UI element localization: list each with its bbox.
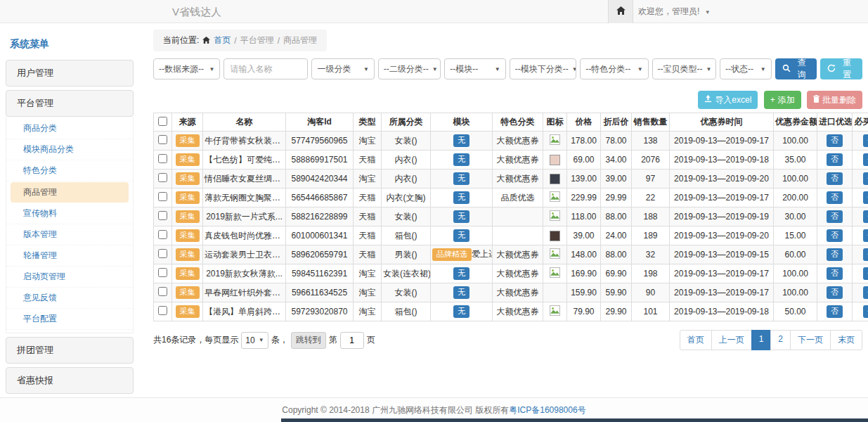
- jump-button[interactable]: 跳转到: [291, 332, 326, 349]
- item-type-select[interactable]: --宝贝类型--▼: [652, 58, 716, 79]
- page-number-input[interactable]: [340, 332, 364, 349]
- reset-button-label: 重置: [838, 57, 855, 81]
- icon-cell: [543, 207, 567, 226]
- sales-count: 2076: [632, 151, 670, 170]
- must-buy-badge[interactable]: 否: [863, 305, 868, 318]
- page-link[interactable]: 上一页: [711, 330, 752, 350]
- import-select-badge[interactable]: 否: [827, 134, 843, 147]
- sidebar-subitem[interactable]: 版本管理: [6, 224, 133, 245]
- category2-select[interactable]: --二级分类--▼: [378, 58, 441, 79]
- category1-select[interactable]: 一级分类▼: [311, 58, 374, 79]
- add-button[interactable]: + 添加: [764, 91, 801, 109]
- sidebar-subitem[interactable]: 模块商品分类: [6, 139, 133, 160]
- icon-cell: [543, 132, 567, 151]
- page-link[interactable]: 2: [770, 330, 791, 350]
- import-select-badge[interactable]: 否: [827, 305, 843, 318]
- main-content: 当前位置: 首页 / 平台管理 / 商品管理 --数据来源--▼ 一级分类▼ -…: [153, 30, 862, 350]
- page-link[interactable]: 末页: [830, 330, 862, 350]
- page-link[interactable]: 下一页: [790, 330, 831, 350]
- sidebar-panel[interactable]: 拼团管理: [6, 337, 134, 364]
- sidebar-subitem[interactable]: 商品分类: [6, 118, 133, 139]
- must-buy-badge[interactable]: 否: [863, 210, 868, 223]
- taoke-id: 588216228899: [286, 207, 354, 226]
- module-cell: 无: [431, 302, 493, 321]
- broken-image-icon: [550, 137, 560, 147]
- shop-type: 天猫: [354, 151, 382, 170]
- home-button[interactable]: [608, 0, 633, 23]
- breadcrumb-separator: /: [234, 36, 236, 46]
- breadcrumb-prefix: 当前位置:: [163, 34, 199, 46]
- select-all-checkbox[interactable]: [158, 117, 167, 126]
- sidebar-subitem[interactable]: 宣传物料: [6, 203, 133, 224]
- row-checkbox[interactable]: [158, 249, 167, 258]
- per-page-select[interactable]: 10▼: [241, 332, 268, 349]
- page-link[interactable]: 1: [751, 330, 772, 350]
- import-select-badge[interactable]: 否: [827, 191, 843, 204]
- must-buy-badge[interactable]: 否: [863, 172, 868, 185]
- user-menu[interactable]: 欢迎您，管理员! ▼: [638, 0, 711, 24]
- module-badge: 无: [453, 210, 469, 223]
- import-select-badge[interactable]: 否: [827, 153, 843, 166]
- pagination-bar: 共16条记录，每页显示 10▼ 条， 跳转到 第 页 首页上一页12下一页末页: [153, 330, 862, 350]
- sales-count: 32: [632, 245, 670, 264]
- source-badge: 采集: [176, 267, 200, 280]
- module-sub-select[interactable]: --模块下分类--▼: [510, 58, 576, 79]
- coupon-time: 2019-09-13—2019-09-17: [670, 188, 774, 207]
- sidebar-panel[interactable]: 省惠快报: [6, 367, 134, 394]
- search-button[interactable]: 查询: [775, 58, 817, 79]
- sidebar-subitem[interactable]: 特色分类: [6, 160, 133, 181]
- must-buy-badge[interactable]: 否: [863, 191, 868, 204]
- row-checkbox[interactable]: [158, 287, 167, 296]
- sidebar-subitem[interactable]: 轮播管理: [6, 245, 133, 267]
- row-checkbox[interactable]: [158, 192, 167, 201]
- breadcrumb-home-link[interactable]: 首页: [214, 34, 231, 46]
- sidebar-subitem[interactable]: 启动页管理: [6, 267, 133, 288]
- row-checkbox[interactable]: [158, 230, 167, 239]
- sidebar-panel[interactable]: 用户管理: [6, 60, 134, 87]
- column-header: 销售数量: [632, 113, 670, 132]
- import-select-badge[interactable]: 否: [827, 210, 843, 223]
- import-select-badge[interactable]: 否: [827, 248, 843, 261]
- row-checkbox[interactable]: [158, 211, 167, 220]
- product-table-body: 采集牛仔背带裤女秋装减龄...577479560965淘宝女装()无大额优惠券1…: [154, 132, 868, 321]
- must-buy-badge[interactable]: 否: [863, 248, 868, 261]
- must-buy-badge[interactable]: 否: [863, 153, 868, 166]
- data-source-select[interactable]: --数据来源--▼: [153, 58, 220, 79]
- column-header: 必买清单: [853, 113, 868, 132]
- row-checkbox[interactable]: [158, 306, 167, 315]
- row-checkbox[interactable]: [158, 135, 167, 144]
- must-buy-badge[interactable]: 否: [863, 134, 868, 147]
- sidebar-subitem[interactable]: 平台配置: [6, 309, 133, 330]
- import-select-badge[interactable]: 否: [827, 286, 843, 299]
- status-select[interactable]: --状态--▼: [720, 58, 772, 79]
- sidebar-subitem[interactable]: 商品管理: [11, 182, 129, 203]
- name-search-input[interactable]: [224, 58, 308, 79]
- sidebar-subitem[interactable]: 意见反馈: [6, 288, 133, 309]
- import-select-badge[interactable]: 否: [827, 172, 843, 185]
- batch-delete-button[interactable]: 批量删除: [807, 91, 862, 109]
- reset-button[interactable]: 重置: [820, 58, 862, 79]
- row-checkbox[interactable]: [158, 268, 167, 277]
- row-select-cell: [154, 302, 172, 321]
- page-link[interactable]: 首页: [680, 330, 712, 350]
- column-header: 名称: [203, 113, 286, 132]
- must-buy-badge[interactable]: 否: [863, 286, 868, 299]
- icon-cell: [543, 226, 567, 245]
- sidebar-panel[interactable]: 平台管理: [6, 90, 134, 117]
- must-buy-badge[interactable]: 否: [863, 229, 868, 242]
- feature-category: 品质优选: [493, 188, 543, 207]
- import-excel-button[interactable]: 导入excel: [698, 91, 758, 109]
- sales-count: 101: [632, 302, 670, 321]
- icp-link[interactable]: 粤ICP备16098006号: [509, 404, 585, 416]
- module-select[interactable]: --模块--▼: [444, 58, 505, 79]
- copyright-text: Copyright © 2014-2018 广州九驰网络科技有限公司 版权所有: [282, 404, 509, 416]
- import-select-badge[interactable]: 否: [827, 267, 843, 280]
- coupon-amount: 100.00: [774, 264, 817, 283]
- feature-select[interactable]: --特色分类--▼: [580, 58, 648, 79]
- row-checkbox[interactable]: [158, 173, 167, 182]
- row-checkbox[interactable]: [158, 154, 167, 163]
- must-buy-badge[interactable]: 否: [863, 267, 868, 280]
- import-select-badge[interactable]: 否: [827, 229, 843, 242]
- price: 148.00: [567, 245, 601, 264]
- sidebar-panels: 用户管理平台管理商品分类模块商品分类特色分类商品管理宣传物料版本管理轮播管理启动…: [6, 60, 134, 422]
